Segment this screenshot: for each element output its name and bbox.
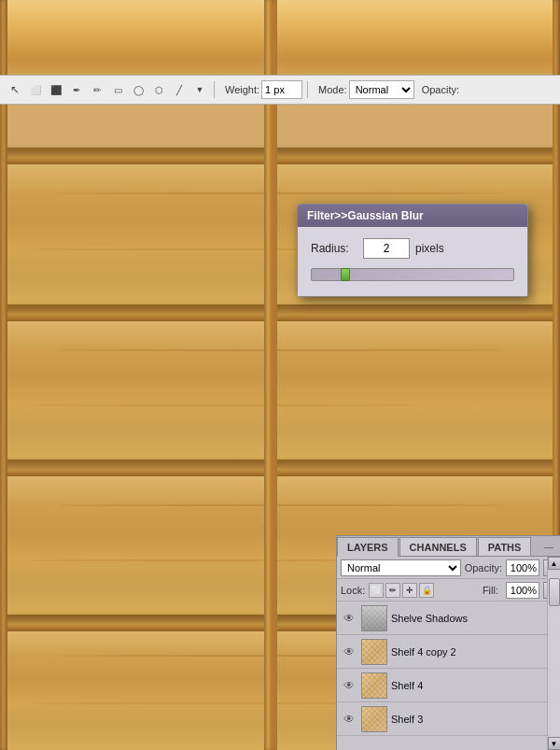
shelf-panel-2 — [0, 321, 560, 460]
layer-thumb-1 — [361, 639, 387, 665]
layer-thumb-2 — [361, 672, 387, 699]
radius-slider-row — [311, 266, 514, 285]
scrollbar-track[interactable] — [548, 570, 560, 737]
layer-row-2[interactable]: 👁 Shelf 4 — [337, 669, 547, 702]
weight-input[interactable] — [261, 80, 302, 99]
layer-name-1: Shelf 4 copy 2 — [391, 646, 543, 658]
radius-row: Radius: pixels — [311, 238, 514, 259]
tool-icon-5[interactable]: ▭ — [108, 80, 127, 99]
radius-input[interactable] — [363, 238, 410, 259]
lock-transparent-btn[interactable]: ⬜ — [369, 583, 384, 598]
tool-dropdown-icon[interactable]: ▼ — [190, 80, 209, 99]
shelf-divider-1 — [0, 148, 560, 164]
dialog-title-bar[interactable]: Filter>>Gaussian Blur — [298, 205, 527, 227]
lock-position-btn[interactable]: ✛ — [402, 583, 417, 598]
opacity-label: Opacity: — [465, 562, 502, 573]
lock-all-btn[interactable]: 🔒 — [419, 583, 434, 598]
radius-unit: pixels — [415, 242, 444, 255]
layer-thumb-3 — [361, 706, 387, 732]
opacity-label: Opacity: — [422, 84, 459, 95]
lock-icons: ⬜ ✏ ✛ 🔒 — [369, 583, 434, 598]
tool-icon-1[interactable]: ⬜ — [26, 80, 45, 99]
shelf-divider-2 — [0, 304, 560, 321]
tool-icon-8[interactable]: ╱ — [170, 80, 189, 99]
radius-label: Radius: — [311, 242, 357, 255]
layer-row-0[interactable]: 👁 Shelve Shadows — [337, 601, 547, 635]
lock-image-btn[interactable]: ✏ — [385, 583, 400, 598]
vert-divider-left — [0, 0, 7, 750]
layers-list: 👁 Shelve Shadows 👁 Shelf 4 copy 2 👁 — [337, 601, 560, 750]
toolbar: ↖ ⬜ ⬛ ✒ ✏ ▭ ◯ ⬡ ╱ ▼ Weight: Mode: Normal… — [0, 75, 560, 105]
layer-row-3[interactable]: 👁 Shelf 3 — [337, 702, 547, 736]
layer-name-2: Shelf 4 — [391, 680, 543, 691]
layer-eye-3[interactable]: 👁 — [341, 711, 357, 728]
opacity-input[interactable] — [506, 559, 539, 576]
scrollbar-thumb[interactable] — [549, 578, 560, 606]
canvas-area: ↖ ⬜ ⬛ ✒ ✏ ▭ ◯ ⬡ ╱ ▼ Weight: Mode: Normal… — [0, 0, 560, 750]
panel-collapse-button[interactable]: — — [539, 537, 558, 556]
toolbar-separator-1 — [214, 81, 215, 98]
gaussian-blur-dialog: Filter>>Gaussian Blur Radius: pixels — [297, 204, 528, 297]
radius-slider[interactable] — [311, 268, 514, 281]
fill-input[interactable] — [506, 582, 539, 599]
layer-thumb-0 — [361, 605, 387, 631]
tool-icon-4[interactable]: ✏ — [88, 80, 106, 99]
mode-label: Mode: — [318, 84, 347, 95]
panel-tabs: LAYERS CHANNELS PATHS — — [337, 536, 560, 557]
arrow-tool-icon[interactable]: ↖ — [6, 80, 24, 99]
dialog-title-text: Filter>>Gaussian Blur — [307, 209, 424, 222]
layers-scrollbar[interactable]: ▲ ▼ — [547, 557, 560, 750]
scrollbar-up-btn[interactable]: ▲ — [548, 557, 561, 570]
layer-eye-0[interactable]: 👁 — [341, 610, 357, 627]
opacity-controls: Normal Opacity: ▶ — [337, 557, 560, 579]
layer-eye-2[interactable]: 👁 — [341, 677, 357, 694]
mode-select[interactable]: Normal — [349, 80, 414, 99]
layer-eye-1[interactable]: 👁 — [341, 644, 357, 660]
tab-paths[interactable]: PATHS — [478, 537, 532, 556]
dialog-body: Radius: pixels — [298, 227, 527, 296]
tool-icon-2[interactable]: ⬛ — [47, 80, 65, 99]
tab-channels[interactable]: CHANNELS — [399, 537, 477, 556]
tool-icon-6[interactable]: ◯ — [129, 80, 147, 99]
wood-header — [0, 0, 560, 75]
layer-name-0: Shelve Shadows — [391, 613, 543, 624]
tool-icon-7[interactable]: ⬡ — [149, 80, 168, 99]
tab-layers[interactable]: LAYERS — [337, 537, 399, 557]
tool-icon-3[interactable]: ✒ — [67, 80, 86, 99]
fill-label: Fill: — [483, 585, 498, 596]
vert-divider-center — [264, 0, 277, 750]
shelf-divider-3 — [0, 460, 560, 476]
scrollbar-down-btn[interactable]: ▼ — [548, 737, 561, 750]
toolbar-separator-2 — [307, 81, 308, 98]
layers-panel: LAYERS CHANNELS PATHS — Normal Opacity: … — [336, 535, 560, 750]
layer-name-3: Shelf 3 — [391, 714, 543, 725]
lock-label: Lock: — [341, 585, 365, 596]
weight-label: Weight: — [225, 84, 259, 95]
lock-row: Lock: ⬜ ✏ ✛ 🔒 Fill: ▶ — [337, 579, 560, 601]
layer-row-1[interactable]: 👁 Shelf 4 copy 2 — [337, 635, 547, 669]
blend-mode-select[interactable]: Normal — [341, 559, 461, 576]
